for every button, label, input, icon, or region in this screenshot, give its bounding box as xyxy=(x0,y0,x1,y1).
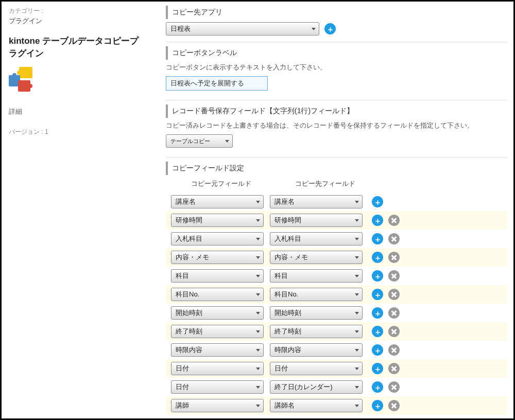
src-field-select[interactable]: 終了時刻 xyxy=(171,325,264,338)
col-src-header: コピー元フィールド xyxy=(172,179,270,188)
delete-row-button[interactable] xyxy=(388,289,400,300)
table-header: コピー元フィールド コピー先フィールド xyxy=(166,179,507,192)
chevron-down-icon xyxy=(355,367,359,370)
row-actions: ＋ xyxy=(372,270,400,282)
delete-row-button[interactable] xyxy=(388,363,400,374)
field-row: 時限内容時限内容＋ xyxy=(166,341,507,359)
plugin-title: kintone テーブルデータコピープラグイン xyxy=(9,35,146,60)
chevron-down-icon xyxy=(256,275,260,277)
src-field-select[interactable]: 入札科目 xyxy=(171,232,264,246)
chevron-down-icon xyxy=(355,312,359,314)
record-field-select[interactable]: テーブルコピー xyxy=(166,134,233,148)
src-field-select-value: 入札科目 xyxy=(176,234,202,243)
main-panel: コピー先アプリ 日程表 ＋ コピーボタンラベル コピーボタンに表示するテキストを… xyxy=(153,2,513,418)
add-row-button[interactable]: ＋ xyxy=(372,326,383,337)
dst-field-select[interactable]: 講座名 xyxy=(270,195,363,208)
src-field-select[interactable]: 科目No. xyxy=(171,288,264,301)
src-field-select[interactable]: 科目 xyxy=(171,269,264,283)
add-row-button[interactable]: ＋ xyxy=(372,344,383,356)
src-field-select-value: 講座名 xyxy=(176,197,196,206)
dst-field-select-value: 入札科目 xyxy=(274,234,301,243)
dst-field-select[interactable]: 時限内容 xyxy=(270,343,363,357)
dst-field-select[interactable]: 内容・メモ xyxy=(270,251,363,264)
chevron-down-icon xyxy=(355,405,359,407)
add-row-button[interactable]: ＋ xyxy=(372,196,383,207)
dst-field-select-value: 内容・メモ xyxy=(274,253,308,262)
dst-field-select[interactable]: 科目No. xyxy=(270,288,363,301)
src-field-select[interactable]: 時限内容 xyxy=(171,343,264,357)
add-dest-app-button[interactable]: ＋ xyxy=(324,23,336,34)
chevron-down-icon xyxy=(355,386,359,389)
row-actions: ＋ xyxy=(372,289,400,300)
add-row-button[interactable]: ＋ xyxy=(372,289,383,300)
field-row: 講師講師名＋ xyxy=(166,396,507,415)
row-actions: ＋ xyxy=(372,252,400,263)
dst-field-select[interactable]: 日付 xyxy=(270,362,363,375)
src-field-select[interactable]: 研修時間 xyxy=(171,214,264,227)
dst-field-select-value: 科目 xyxy=(274,271,288,281)
chevron-down-icon xyxy=(256,312,260,314)
dest-app-value: 日程表 xyxy=(170,24,191,33)
chevron-down-icon xyxy=(355,256,359,259)
col-dst-header: コピー先フィールド xyxy=(276,179,374,188)
delete-row-button[interactable] xyxy=(388,233,400,244)
src-field-select[interactable]: 開始時刻 xyxy=(171,306,264,320)
detail-link[interactable]: 詳細 xyxy=(9,107,146,116)
row-actions: ＋ xyxy=(372,344,400,356)
row-actions: ＋ xyxy=(372,233,400,244)
src-field-select[interactable]: 日付 xyxy=(171,362,264,375)
dst-field-select[interactable]: 終了日(カレンダー) xyxy=(270,380,363,394)
dst-field-select[interactable]: 終了時刻 xyxy=(270,325,363,338)
record-field-value: テーブルコピー xyxy=(170,137,210,145)
add-row-button[interactable]: ＋ xyxy=(372,270,383,282)
src-field-select-value: 内容・メモ xyxy=(176,253,209,262)
dst-field-select[interactable]: 研修時間 xyxy=(270,214,363,227)
delete-row-button[interactable] xyxy=(388,381,400,393)
chevron-down-icon xyxy=(225,140,229,143)
delete-row-button[interactable] xyxy=(388,307,400,319)
chevron-down-icon xyxy=(355,349,359,352)
dst-field-select[interactable]: 開始時刻 xyxy=(270,306,363,320)
dest-app-select[interactable]: 日程表 xyxy=(166,22,319,36)
src-field-select[interactable]: 講師 xyxy=(171,399,264,412)
add-row-button[interactable]: ＋ xyxy=(372,233,383,244)
field-row: 開始時刻開始時刻＋ xyxy=(166,304,507,322)
dst-field-select[interactable]: 入札科目 xyxy=(270,232,363,246)
row-actions: ＋ xyxy=(372,307,400,319)
delete-row-button[interactable] xyxy=(388,400,400,411)
field-row: 内容・メモ内容・メモ＋ xyxy=(166,248,507,267)
add-row-button[interactable]: ＋ xyxy=(372,363,383,374)
chevron-down-icon xyxy=(256,367,260,370)
src-field-select[interactable]: 内容・メモ xyxy=(171,251,264,264)
add-row-button[interactable]: ＋ xyxy=(372,381,383,393)
row-actions: ＋ xyxy=(372,363,400,374)
delete-row-button[interactable] xyxy=(388,326,400,337)
field-row: 科目No.科目No.＋ xyxy=(166,285,507,304)
dst-field-select[interactable]: 科目 xyxy=(270,269,363,283)
delete-row-button[interactable] xyxy=(388,344,400,356)
src-field-select[interactable]: 講座名 xyxy=(171,195,264,208)
dst-field-select-value: 講座名 xyxy=(274,197,295,206)
record-field-heading: レコード番号保存フィールド【文字列(1行)フィールド】 xyxy=(166,104,507,118)
chevron-down-icon xyxy=(355,219,359,222)
chevron-down-icon xyxy=(355,201,359,203)
category-label: カテゴリー : xyxy=(9,7,146,15)
dst-field-select-value: 終了日(カレンダー) xyxy=(274,382,333,392)
delete-row-button[interactable] xyxy=(388,252,400,263)
delete-row-button[interactable] xyxy=(388,270,400,282)
add-row-button[interactable]: ＋ xyxy=(372,307,383,319)
dst-field-select[interactable]: 講師名 xyxy=(270,399,363,412)
chevron-down-icon xyxy=(256,330,260,333)
add-row-button[interactable]: ＋ xyxy=(372,400,383,411)
copy-fields-table: コピー元フィールド コピー先フィールド 講座名講座名＋研修時間研修時間＋入札科目… xyxy=(166,179,507,415)
chevron-down-icon xyxy=(256,256,260,259)
add-row-button[interactable]: ＋ xyxy=(372,252,383,263)
src-field-select-value: 終了時刻 xyxy=(176,327,202,336)
add-row-button[interactable]: ＋ xyxy=(372,215,383,226)
src-field-select[interactable]: 日付 xyxy=(171,380,264,394)
button-label-input[interactable] xyxy=(166,76,268,91)
field-row: 日付日付＋ xyxy=(166,359,507,378)
delete-row-button[interactable] xyxy=(388,215,400,226)
src-field-select-value: 日付 xyxy=(176,382,189,392)
chevron-down-icon xyxy=(355,238,359,240)
